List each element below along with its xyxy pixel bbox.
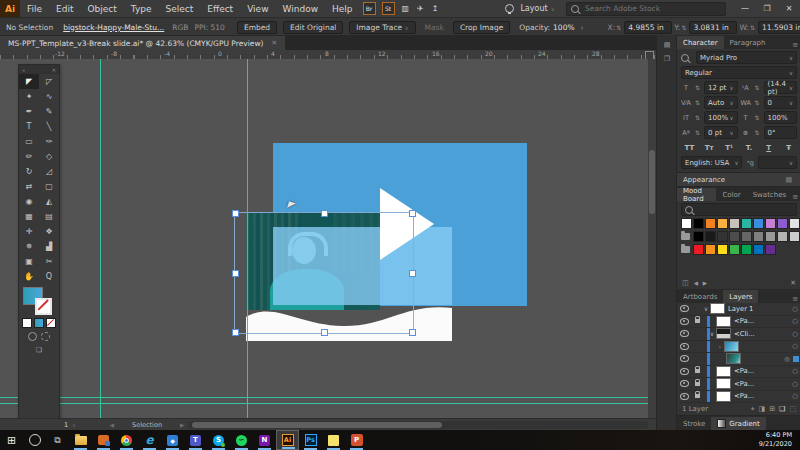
onenote-button[interactable]: N [253,430,276,450]
skype-button[interactable]: S [207,430,230,450]
lasso-tool[interactable]: ∿ [39,89,59,104]
workspace-icon[interactable]: ▥ [402,4,410,13]
shaper-tool[interactable]: ◇ [39,149,59,164]
menu-type[interactable]: Type [124,4,159,14]
curvature-tool[interactable]: ✎ [39,104,59,119]
make-clip-mask-icon[interactable]: ◨ [759,405,766,413]
menu-file[interactable]: File [20,4,49,14]
w-field[interactable]: 11.5903 in [758,21,800,34]
superscript-button[interactable]: T¹ [721,144,738,152]
symbol-sprayer-tool[interactable]: ✵ [19,239,39,254]
tab-layers[interactable]: Layers [723,290,758,303]
font-size-stepper[interactable]: ⇅ [695,84,700,91]
mesh-tool[interactable]: ▦ [19,209,39,224]
none-button[interactable] [46,318,56,328]
search-input[interactable] [583,3,707,14]
layer-name[interactable]: Layer 1 [728,305,789,313]
layer-name[interactable]: <Cli... [734,330,789,338]
leading-field[interactable]: (14.4 pt)∨ [764,81,797,94]
artboard-number[interactable]: 1 [64,421,68,429]
subscript-button[interactable]: T. [740,144,757,152]
edit-original-button[interactable]: Edit Original [283,21,343,34]
artboard-panel-icon[interactable]: ▤ [657,41,677,49]
swatch[interactable] [777,218,788,229]
vertical-scrollbar[interactable] [648,59,656,418]
panel-menu-icon[interactable]: ≡ [792,193,798,201]
photoshop-button[interactable]: Ps [299,430,322,450]
swatch-libraries-icon[interactable]: ◫ [682,279,689,287]
leading-stepper[interactable]: ⇅ [755,84,760,91]
horizontal-guide[interactable] [0,403,656,404]
small-caps-button[interactable]: Tᴛ [701,144,718,152]
y-field[interactable]: 3.0831 in [689,21,737,34]
menu-edit[interactable]: Edit [49,4,80,14]
eyedropper-tool[interactable]: ✛ [19,224,39,239]
edge-button[interactable]: e [138,430,161,450]
swatch[interactable] [765,244,776,255]
visibility-eye-icon[interactable] [680,343,689,350]
horizontal-scrollbar[interactable] [188,421,648,429]
target-circle-icon[interactable]: ○ [789,330,800,338]
type-tool[interactable]: T [19,119,39,134]
layer-row[interactable]: <Pa... ○ [677,391,800,404]
column-graph-tool[interactable]: ▟ [39,239,59,254]
swatch[interactable] [753,231,764,242]
spotify-button[interactable]: ∽ [230,430,253,450]
layer-name[interactable]: <Pa... [734,392,789,400]
photos-app-button[interactable]: ◆ [161,430,184,450]
chrome-button[interactable] [115,430,138,450]
selection-handle[interactable] [232,210,239,217]
stroke-color-swatch[interactable] [35,298,52,315]
target-circle-icon[interactable]: ○ [789,392,800,400]
tab-mood-board[interactable]: Mood Board [677,188,716,201]
hand-tool[interactable]: ✋ [19,269,39,284]
tab-artboards[interactable]: Artboards [677,290,723,303]
collapse-icon[interactable]: « [22,67,25,73]
layer-row[interactable]: › ○ [677,341,800,354]
collapse-dock-icon[interactable]: ❐ [657,55,677,63]
swatch[interactable] [717,218,728,229]
glyph-snapping-select[interactable]: ∨ [758,156,797,169]
layer-name[interactable]: <Pa... [734,380,789,388]
lock-icon[interactable] [695,369,700,373]
minimize-button[interactable]: — [734,0,756,17]
swatch[interactable] [729,231,740,242]
swatch[interactable] [741,218,752,229]
rotate-tool[interactable]: ↻ [19,164,39,179]
layer-row[interactable]: ∨ Layer 1 ○ [677,303,800,316]
font-family-select[interactable]: Myriad Pro∨ [696,51,797,64]
swatch[interactable] [753,244,764,255]
layer-row[interactable]: <Pa... ○ [677,316,800,329]
swatch-group-icon[interactable] [681,233,690,240]
tab-stroke[interactable]: Stroke [677,417,711,430]
swatch[interactable] [789,218,800,229]
file-explorer-button[interactable] [69,430,92,450]
layer-name[interactable]: <Pa... [734,367,789,375]
swatch[interactable] [705,218,716,229]
more-options-icon[interactable]: › [581,23,584,32]
swatch[interactable] [717,231,728,242]
next-artboard-icon[interactable]: ▶ [180,422,184,428]
tab-close-icon[interactable]: ✕ [271,39,276,47]
h-scale-field[interactable]: 100%∨ [704,111,737,124]
close-icon[interactable]: ✕ [52,67,56,73]
close-button[interactable]: ✕ [778,0,800,17]
visibility-eye-icon[interactable] [680,318,689,325]
draw-normal-icon[interactable] [28,332,37,341]
vertical-scrollbar-thumb[interactable] [649,150,655,214]
baseline-stepper[interactable]: ⇅ [695,129,700,136]
pencil-tool[interactable]: ✏ [19,149,39,164]
zoom-tool[interactable]: Q [39,269,59,284]
x-stepper[interactable]: ⇅ [616,24,621,31]
layer-row[interactable]: ∨ <Cli... ○ [677,328,800,341]
baseline-field[interactable]: 0 pt∨ [704,126,737,139]
swatch[interactable] [741,231,752,242]
visibility-eye-icon[interactable] [680,305,689,312]
visibility-eye-icon[interactable] [680,393,689,400]
swatch[interactable] [741,244,752,255]
swatch-group-icon[interactable] [681,246,690,253]
font-search-icon[interactable] [681,54,689,62]
system-clock[interactable]: 6:40 PM 9/21/2020 [759,431,792,449]
menu-view[interactable]: View [240,4,275,14]
menu-select[interactable]: Select [158,4,200,14]
